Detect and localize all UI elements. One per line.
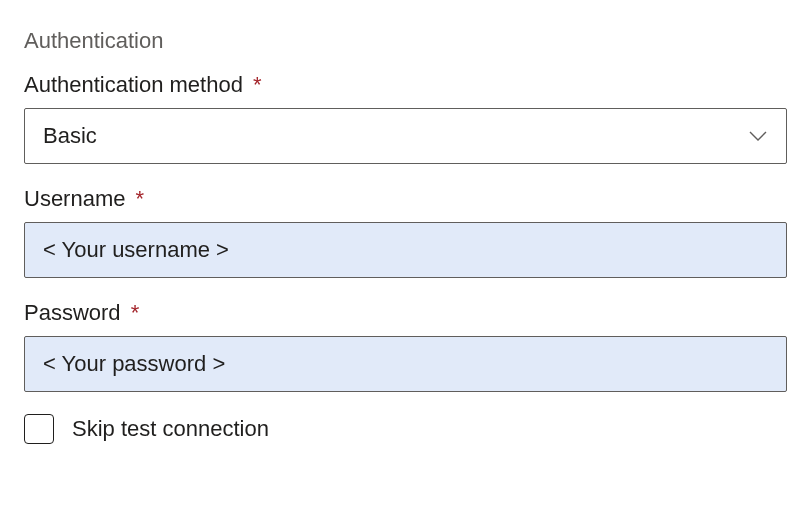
auth-method-select[interactable]: Basic <box>24 108 787 164</box>
required-asterisk: * <box>136 186 145 211</box>
section-title: Authentication <box>24 28 787 54</box>
auth-method-label: Authentication method * <box>24 72 787 98</box>
password-label: Password * <box>24 300 787 326</box>
chevron-down-icon <box>748 130 768 142</box>
auth-method-value: Basic <box>43 123 97 149</box>
auth-method-label-text: Authentication method <box>24 72 243 97</box>
skip-test-row: Skip test connection <box>24 414 787 444</box>
skip-test-label[interactable]: Skip test connection <box>72 416 269 442</box>
required-asterisk: * <box>253 72 262 97</box>
required-asterisk: * <box>131 300 140 325</box>
password-input-value: < Your password > <box>43 351 225 377</box>
username-label-text: Username <box>24 186 125 211</box>
skip-test-checkbox[interactable] <box>24 414 54 444</box>
username-input[interactable]: < Your username > <box>24 222 787 278</box>
username-label: Username * <box>24 186 787 212</box>
username-input-value: < Your username > <box>43 237 229 263</box>
password-label-text: Password <box>24 300 121 325</box>
password-input[interactable]: < Your password > <box>24 336 787 392</box>
